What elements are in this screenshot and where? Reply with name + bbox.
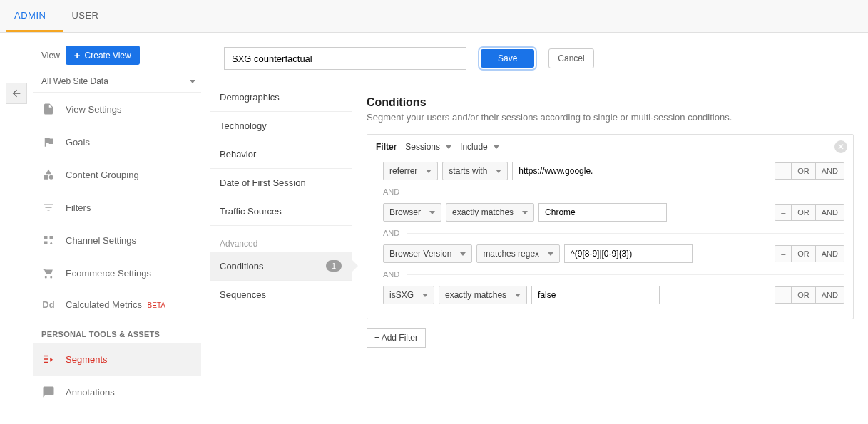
- caret-down-icon: [496, 170, 501, 173]
- segment-header: Save Cancel: [210, 33, 868, 83]
- back-gutter: [0, 33, 33, 424]
- sidebar-item-label: Ecommerce Settings: [66, 268, 151, 279]
- row-ops: – OR AND: [775, 204, 844, 221]
- value-input[interactable]: [564, 244, 693, 263]
- conditions-count-badge: 1: [326, 260, 342, 272]
- conditions-title: Conditions: [367, 96, 854, 109]
- row-or-button[interactable]: OR: [791, 205, 815, 220]
- sidebar-item-label: View Settings: [66, 104, 122, 115]
- and-separator: AND: [383, 270, 844, 279]
- and-separator: AND: [383, 187, 844, 196]
- filter-mode-select[interactable]: Include: [460, 142, 499, 152]
- arrow-left-icon: [11, 88, 22, 99]
- condition-row: referrer starts with – OR AND: [376, 157, 844, 185]
- beta-badge: BETA: [148, 301, 165, 309]
- filter-group: ✕ Filter Sessions Include: [367, 134, 854, 319]
- row-ops: – OR AND: [775, 245, 844, 262]
- row-or-button[interactable]: OR: [791, 287, 815, 303]
- cancel-button[interactable]: Cancel: [548, 48, 593, 68]
- category-date-first-session[interactable]: Date of First Session: [210, 169, 352, 197]
- value-input[interactable]: [512, 162, 640, 180]
- row-ops: – OR AND: [775, 162, 844, 180]
- tab-user[interactable]: USER: [63, 0, 116, 32]
- caret-down-icon: [515, 294, 521, 297]
- remove-filter-button[interactable]: ✕: [834, 140, 847, 153]
- sidebar-item-segments[interactable]: Segments: [33, 343, 201, 376]
- operator-select[interactable]: starts with: [442, 162, 508, 180]
- sidebar-item-label: Content Grouping: [66, 170, 139, 180]
- sidebar-item-view-settings[interactable]: View Settings: [33, 93, 201, 125]
- conditions-panel: Conditions Segment your users and/or the…: [352, 83, 868, 424]
- category-demographics[interactable]: Demographics: [210, 83, 352, 112]
- row-or-button[interactable]: OR: [791, 163, 815, 179]
- cart-icon: [41, 267, 56, 279]
- view-selector[interactable]: All Web Site Data: [33, 71, 201, 93]
- dimension-select[interactable]: isSXG: [383, 286, 434, 304]
- operator-select[interactable]: exactly matches: [439, 286, 527, 304]
- condition-row: isSXG exactly matches – OR AND: [376, 281, 844, 309]
- caret-down-icon: [494, 145, 499, 149]
- tab-admin[interactable]: ADMIN: [6, 0, 63, 32]
- dimension-select[interactable]: Browser Version: [383, 244, 472, 263]
- segments-icon: [41, 353, 56, 366]
- row-remove-button[interactable]: –: [775, 287, 791, 303]
- back-button[interactable]: [6, 83, 27, 104]
- channel-icon: [41, 234, 56, 247]
- sidebar-item-calculated-metrics[interactable]: Dd Calculated Metrics BETA: [33, 289, 201, 320]
- row-remove-button[interactable]: –: [775, 163, 791, 179]
- sidebar-heading-personal: PERSONAL TOOLS & ASSETS: [33, 320, 201, 343]
- row-and-button[interactable]: AND: [815, 287, 844, 303]
- category-behavior[interactable]: Behavior: [210, 140, 352, 169]
- content-area: Save Cancel Demographics Technology Beha…: [210, 33, 868, 424]
- operator-select[interactable]: exactly matches: [446, 203, 534, 222]
- filter-mode-label: Include: [460, 142, 488, 152]
- dimension-select[interactable]: Browser: [383, 203, 441, 222]
- sidebar-item-label: Calculated Metrics BETA: [66, 299, 165, 310]
- sidebar-item-channel-settings[interactable]: Channel Settings: [33, 224, 201, 257]
- row-and-button[interactable]: AND: [815, 163, 844, 179]
- caret-down-icon: [190, 80, 195, 83]
- row-ops: – OR AND: [775, 286, 844, 304]
- conditions-subtitle: Segment your users and/or their sessions…: [367, 112, 854, 123]
- grouping-icon: [41, 168, 56, 181]
- value-input[interactable]: [538, 203, 667, 222]
- save-button[interactable]: Save: [481, 49, 534, 68]
- sidebar-item-content-grouping[interactable]: Content Grouping: [33, 158, 201, 191]
- create-view-label: Create View: [85, 51, 131, 61]
- filter-scope-label: Sessions: [405, 142, 440, 152]
- sidebar-item-filters[interactable]: Filters: [33, 191, 201, 224]
- sidebar: View + Create View All Web Site Data Vie…: [33, 33, 210, 424]
- category-traffic-sources[interactable]: Traffic Sources: [210, 197, 352, 226]
- sidebar-item-label: Filters: [66, 202, 91, 213]
- sidebar-item-label: Channel Settings: [66, 235, 136, 246]
- sidebar-item-goals[interactable]: Goals: [33, 125, 201, 158]
- filter-scope-select[interactable]: Sessions: [405, 142, 451, 152]
- close-icon: ✕: [837, 142, 844, 152]
- and-separator: AND: [383, 229, 844, 237]
- caret-down-icon: [426, 170, 432, 173]
- caret-down-icon: [460, 252, 466, 256]
- document-icon: [41, 103, 56, 115]
- segment-name-input[interactable]: [224, 47, 466, 70]
- sidebar-item-ecommerce-settings[interactable]: Ecommerce Settings: [33, 257, 201, 289]
- row-and-button[interactable]: AND: [815, 246, 844, 262]
- metrics-icon: Dd: [41, 299, 56, 310]
- sidebar-item-annotations[interactable]: Annotations: [33, 376, 201, 408]
- view-label: View: [41, 51, 60, 61]
- funnel-icon: [41, 201, 56, 214]
- row-remove-button[interactable]: –: [775, 205, 791, 220]
- operator-select[interactable]: matches regex: [476, 244, 560, 263]
- caret-down-icon: [548, 252, 553, 256]
- value-input[interactable]: [531, 286, 660, 304]
- category-technology[interactable]: Technology: [210, 112, 352, 140]
- add-filter-button[interactable]: + Add Filter: [367, 328, 426, 348]
- category-sequences[interactable]: Sequences: [210, 281, 352, 309]
- caret-down-icon: [446, 145, 451, 149]
- dimension-select[interactable]: referrer: [383, 162, 438, 180]
- category-conditions[interactable]: Conditions 1: [210, 252, 352, 281]
- row-and-button[interactable]: AND: [815, 205, 844, 220]
- row-remove-button[interactable]: –: [775, 246, 791, 262]
- create-view-button[interactable]: + Create View: [66, 46, 140, 65]
- row-or-button[interactable]: OR: [791, 246, 815, 262]
- category-column: Demographics Technology Behavior Date of…: [210, 83, 352, 424]
